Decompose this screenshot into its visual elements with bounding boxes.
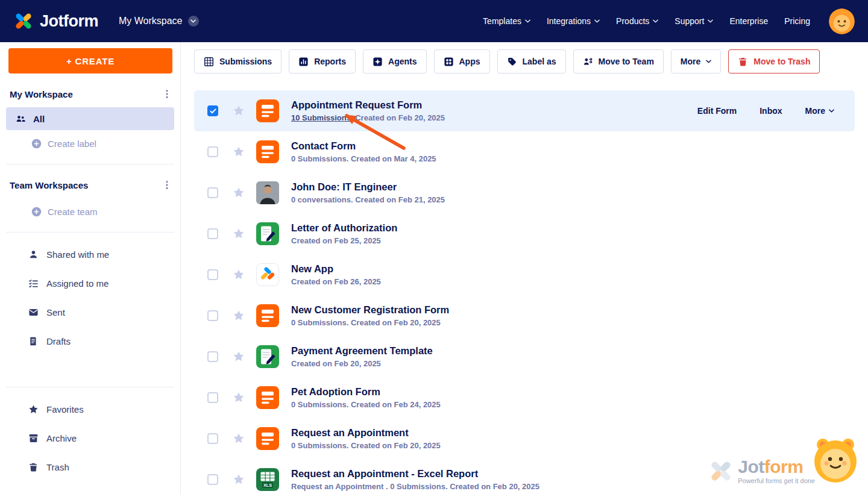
sidebar-item-all[interactable]: All [6,107,174,130]
form-list-row[interactable]: Contact Form 0 Submissions. Created on M… [194,131,855,172]
row-checkbox[interactable] [207,392,218,403]
favorite-star-icon[interactable] [233,269,245,281]
kebab-menu-icon[interactable] [166,89,168,99]
toolbar-button-move-to-trash[interactable]: Move to Trash [728,49,820,73]
sidebar-section-my-workspace: My Workspace [0,81,180,107]
row-action-edit-form[interactable]: Edit Form [697,106,737,116]
my-workspace-label: My Workspace [10,89,73,99]
row-action-more[interactable]: More [805,106,834,116]
sidebar-footer-list: Favorites Archive Trash [0,395,180,481]
jotform-watermark: Jotform Powerful forms get it done [708,458,815,484]
form-list-row[interactable]: Appointment Request Form 10 Submissions.… [194,90,855,131]
toolbar-button-agents[interactable]: Agents [363,49,426,73]
form-orange-icon [256,386,279,409]
form-list-row[interactable]: Payment Agreement Template Created on Fe… [194,336,855,377]
sidebar-item-trash[interactable]: Trash [0,452,180,481]
nav-link-products[interactable]: Products [616,16,658,26]
row-checkbox[interactable] [207,433,218,444]
nav-links: Templates Integrations Products Support … [483,8,855,34]
sidebar-item-favorites[interactable]: Favorites [0,395,180,424]
submissions-grid-icon [204,57,214,67]
form-orange-icon [256,427,279,450]
nav-link-integrations[interactable]: Integrations [547,16,600,26]
spacer [0,355,180,380]
all-items-label: All [33,114,45,124]
form-list: Appointment Request Form 10 Submissions.… [194,90,855,494]
toolbar-button-more[interactable]: More [671,49,721,73]
workspace-switcher[interactable]: My Workspace [119,16,199,27]
user-avatar[interactable] [829,8,855,34]
nav-link-support[interactable]: Support [675,16,713,26]
row-checkbox[interactable] [207,146,218,157]
form-meta: Request an Appointment . 0 Submissions. … [291,482,539,491]
kebab-menu-icon[interactable] [166,180,168,190]
favorite-star-icon[interactable] [233,228,245,240]
form-title: Request an Appointment - Excel Report [291,468,539,480]
favorite-star-icon[interactable] [233,474,245,486]
form-meta: 10 Submissions. Created on Feb 20, 2025 [291,113,445,122]
assigned-list-icon [28,278,39,289]
archive-icon [28,433,39,443]
row-checkbox[interactable] [207,310,218,321]
form-title: Payment Agreement Template [291,345,433,357]
row-checkbox[interactable] [207,105,218,116]
row-checkbox[interactable] [207,474,218,485]
team-workspaces-label: Team Workspaces [10,180,88,190]
top-navbar: Jotform My Workspace Templates Integrati… [0,0,868,42]
form-list-row[interactable]: Pet Adoption Form 0 Submissions. Created… [194,377,855,418]
form-list-row[interactable]: Letter of Authorization Created on Feb 2… [194,213,855,254]
sidebar: + CREATE My Workspace All Create label T… [0,42,181,494]
form-orange-icon [256,99,279,122]
jotform-logo-icon [13,11,34,31]
row-action-inbox[interactable]: Inbox [760,106,782,116]
form-title: Pet Adoption Form [291,386,441,398]
favorite-star-icon[interactable] [233,146,245,158]
favorite-star-icon[interactable] [233,433,245,445]
form-list-row[interactable]: New App Created on Feb 26, 2025 [194,254,855,295]
sidebar-item-sent[interactable]: Sent [0,298,180,327]
form-list-row[interactable]: Request an Appointment 0 Submissions. Cr… [194,418,855,459]
toolbar-button-label-as[interactable]: Label as [497,49,566,73]
chevron-down-icon [653,19,658,23]
apps-icon [444,57,454,67]
nav-link-templates[interactable]: Templates [483,16,530,26]
favorite-star-icon[interactable] [233,392,245,404]
nav-link-enterprise[interactable]: Enterprise [729,16,768,26]
nav-link-pricing[interactable]: Pricing [784,16,810,26]
watermark-tagline: Powerful forms get it done [738,477,815,484]
sidebar-nav-list: Shared with me Assigned to me Sent Draft… [0,240,180,355]
toolbar-button-reports[interactable]: Reports [289,49,356,73]
toolbar-button-move-to-team[interactable]: Move to Team [573,49,664,73]
row-checkbox[interactable] [207,269,218,280]
form-list-row[interactable]: New Customer Registration Form 0 Submiss… [194,295,855,336]
row-checkbox[interactable] [207,351,218,362]
toolbar-button-apps[interactable]: Apps [434,49,490,73]
create-button[interactable]: + CREATE [8,48,172,73]
sidebar-item-drafts[interactable]: Drafts [0,327,180,355]
form-meta: Created on Feb 25, 2025 [291,236,397,245]
create-label-text: Create label [48,139,96,149]
app-logo-icon [256,263,279,286]
favorite-star-icon[interactable] [233,351,245,363]
form-list-row[interactable]: John Doe: IT Engineer 0 conversations. C… [194,172,855,213]
drafts-icon [28,336,39,346]
trash-icon [28,462,39,472]
row-checkbox[interactable] [207,228,218,239]
create-label-button[interactable]: Create label [0,130,180,157]
form-title: Contact Form [291,140,436,152]
create-team-button[interactable]: Create team [0,198,180,225]
favorite-star-icon[interactable] [233,105,245,117]
toolbar-button-submissions[interactable]: Submissions [194,49,281,73]
jotform-logo[interactable]: Jotform [13,11,98,31]
sidebar-item-archive[interactable]: Archive [0,424,180,452]
favorite-star-icon[interactable] [233,187,245,199]
form-title: Letter of Authorization [291,222,397,234]
sidebar-item-shared-with-me[interactable]: Shared with me [0,240,180,269]
row-checkbox[interactable] [207,187,218,198]
move-team-icon [583,57,593,67]
toolbar: Submissions Reports Agents Apps Label as… [194,49,855,73]
watermark-brand: Jotform [738,457,803,477]
submissions-count-link[interactable]: 10 Submissions [291,113,351,122]
sidebar-item-assigned-to-me[interactable]: Assigned to me [0,269,180,298]
favorite-star-icon[interactable] [233,310,245,322]
